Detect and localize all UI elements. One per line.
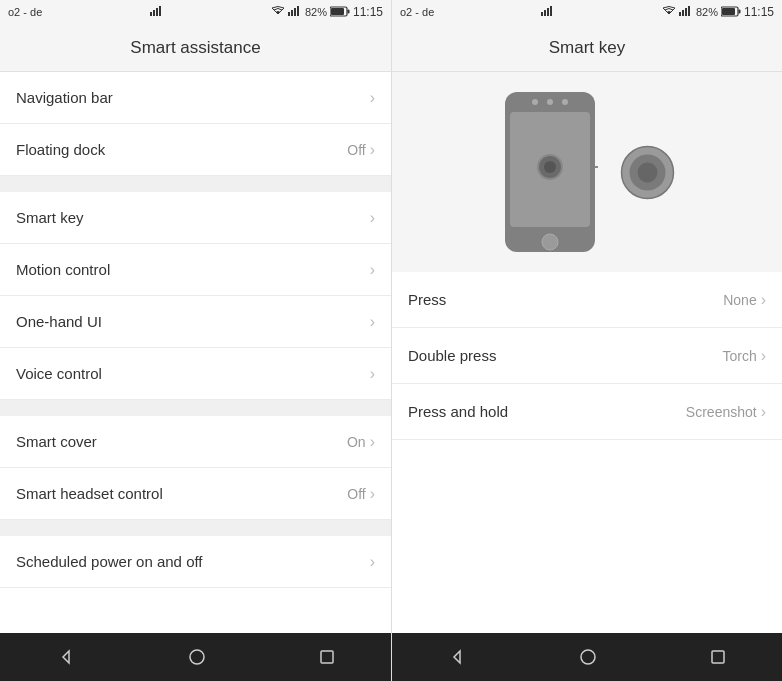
chevron-icon: › [370,365,375,383]
svg-rect-19 [682,10,684,16]
svg-marker-11 [63,651,69,663]
chevron-icon-double-press: › [761,347,766,365]
svg-rect-3 [159,6,161,16]
status-bar-right: o2 - de 82% 11:15 [392,0,782,24]
smart-key-item-press[interactable]: Press None › [392,272,782,328]
smart-key-circle-svg [620,145,675,200]
carrier-right: o2 - de [400,6,434,18]
chevron-icon: › [370,313,375,331]
svg-rect-10 [331,8,344,15]
list-item-smart-cover[interactable]: Smart cover On › [0,416,391,468]
recent-button-left[interactable] [299,641,355,673]
chevron-icon: › [370,209,375,227]
left-panel: o2 - de 82% 11:15 Smart assistance Navig… [0,0,391,681]
svg-rect-16 [547,8,549,16]
list-item-smart-key[interactable]: Smart key › [0,192,391,244]
bottom-nav-left [0,633,391,681]
right-panel: o2 - de 82% 11:15 Smart key [391,0,782,681]
chevron-icon: › [370,261,375,279]
svg-rect-18 [679,12,681,16]
time-left: 11:15 [353,5,383,19]
list-content-left: Navigation bar › Floating dock Off › Sma… [0,72,391,633]
back-button-left[interactable] [37,640,95,674]
page-title-right: Smart key [549,38,626,58]
svg-rect-15 [544,10,546,16]
signal-icon-left [288,6,302,18]
svg-rect-7 [297,6,299,16]
chevron-icon-press: › [761,291,766,309]
svg-marker-37 [454,651,460,663]
battery-text-right: 82% [696,6,718,18]
svg-rect-4 [288,12,290,16]
svg-rect-9 [347,9,349,13]
svg-point-28 [547,99,553,105]
svg-rect-23 [738,9,740,13]
divider-2 [0,400,391,416]
battery-icon-left [330,6,350,19]
svg-rect-21 [688,6,690,16]
chevron-icon: › [370,433,375,451]
chevron-icon-press-hold: › [761,403,766,421]
time-right: 11:15 [744,5,774,19]
bottom-nav-right [392,633,782,681]
phone-svg [500,87,600,257]
svg-point-27 [532,99,538,105]
back-button-right[interactable] [428,640,486,674]
chevron-icon: › [370,553,375,571]
home-button-left[interactable] [168,640,226,674]
home-button-right[interactable] [559,640,617,674]
status-icons-right: 82% 11:15 [662,5,774,19]
carrier-left: o2 - de [8,6,42,18]
page-header-left: Smart assistance [0,24,391,72]
svg-rect-24 [722,8,735,15]
divider-3 [0,520,391,536]
recent-button-right[interactable] [690,641,746,673]
smart-key-item-press-hold[interactable]: Press and hold Screenshot › [392,384,782,440]
list-item-navigation-bar[interactable]: Navigation bar › [0,72,391,124]
svg-rect-6 [294,8,296,16]
svg-rect-0 [150,12,152,16]
signal-icon-right [679,6,693,18]
svg-rect-5 [291,10,293,16]
status-icons-left: 82% 11:15 [271,5,383,19]
chevron-icon: › [370,89,375,107]
svg-rect-14 [541,12,543,16]
list-item-floating-dock[interactable]: Floating dock Off › [0,124,391,176]
wifi-icon-left [271,6,285,18]
status-bar-left: o2 - de 82% 11:15 [0,0,391,24]
page-header-right: Smart key [392,24,782,72]
svg-rect-2 [156,8,158,16]
svg-point-30 [542,234,558,250]
svg-point-36 [637,162,657,182]
page-title-left: Smart assistance [130,38,260,58]
phone-illustration [500,87,675,257]
svg-rect-17 [550,6,552,16]
wifi-icon-right [662,6,676,18]
carrier-icon-left [150,6,164,18]
list-item-one-hand-ui[interactable]: One-hand UI › [0,296,391,348]
svg-point-32 [544,161,556,173]
svg-point-12 [190,650,204,664]
chevron-icon: › [370,141,375,159]
chevron-icon: › [370,485,375,503]
list-item-voice-control[interactable]: Voice control › [0,348,391,400]
svg-rect-13 [321,651,333,663]
svg-rect-1 [153,10,155,16]
list-item-motion-control[interactable]: Motion control › [0,244,391,296]
svg-rect-20 [685,8,687,16]
smart-key-item-double-press[interactable]: Double press Torch › [392,328,782,384]
svg-point-29 [562,99,568,105]
battery-icon-right [721,6,741,19]
svg-point-38 [581,650,595,664]
smart-key-illustration [392,72,782,272]
carrier-icon-right [541,6,555,18]
divider-1 [0,176,391,192]
list-item-scheduled-power[interactable]: Scheduled power on and off › [0,536,391,588]
svg-rect-39 [712,651,724,663]
battery-text-left: 82% [305,6,327,18]
list-item-smart-headset-control[interactable]: Smart headset control Off › [0,468,391,520]
smart-key-list: Press None › Double press Torch › Press … [392,272,782,633]
